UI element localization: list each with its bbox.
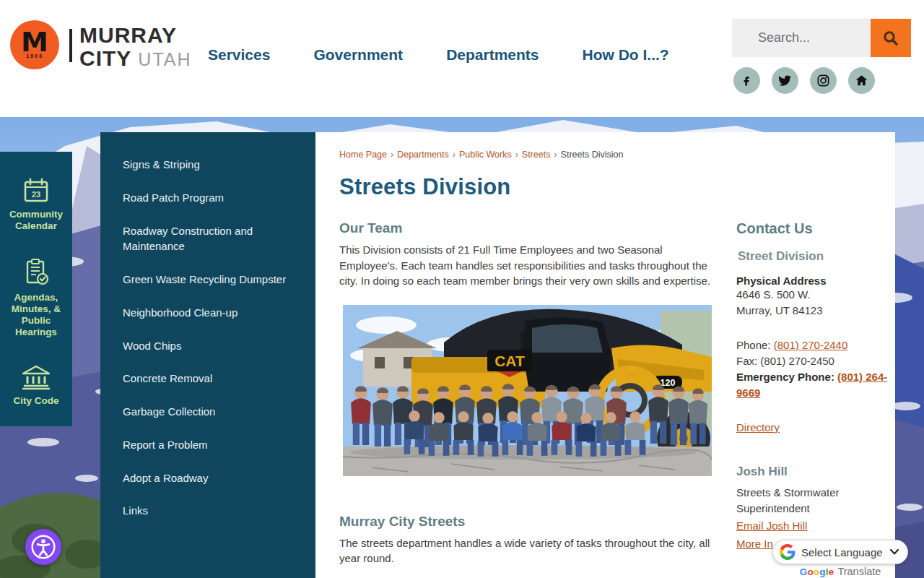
sidebar-item-neighborhood-cleanup[interactable]: Neighborhood Clean-up bbox=[100, 296, 315, 329]
breadcrumb-departments[interactable]: Departments bbox=[397, 150, 449, 160]
sidebar-item-signs-striping[interactable]: Signs & Striping bbox=[100, 148, 315, 181]
select-language-label: Select Language bbox=[801, 546, 890, 558]
sidebar-item-adopt-roadway[interactable]: Adopt a Roadway bbox=[100, 462, 315, 495]
directory-link[interactable]: Directory bbox=[736, 421, 780, 434]
main-content-card: Home Page›Departments›Public Works›Stree… bbox=[315, 132, 895, 578]
quick-link-label: City Code bbox=[3, 395, 69, 407]
address-line1: 4646 S. 500 W. bbox=[736, 287, 897, 303]
photo-cat-logo-text: CAT bbox=[494, 353, 525, 369]
quick-link-label: Agendas, Minutes, & Public Hearings bbox=[3, 292, 69, 338]
email-link[interactable]: Email Josh Hill bbox=[736, 519, 807, 532]
google-g-icon bbox=[780, 544, 796, 560]
contact-person-name: Josh Hill bbox=[736, 465, 897, 479]
section-sidebar: Signs & Striping Road Patch Program Road… bbox=[100, 132, 315, 578]
twitter-button[interactable] bbox=[772, 67, 798, 94]
content-column: Our Team This Division consists of 21 Fu… bbox=[339, 220, 712, 566]
sidebar-menu: Signs & Striping Road Patch Program Road… bbox=[100, 148, 315, 527]
person-title-line2: Superintendent bbox=[736, 501, 897, 517]
city-logo[interactable]: M 1903 bbox=[10, 20, 59, 69]
address-line2: Murray, UT 84123 bbox=[736, 303, 897, 319]
person-title-line1: Streets & Stormwater bbox=[736, 485, 897, 501]
fax-row: Fax: (801) 270-2450 bbox=[736, 353, 897, 369]
nextdoor-home-icon bbox=[855, 74, 868, 87]
phone-row: Phone: (801) 270-2440 bbox=[736, 337, 897, 353]
contact-heading: Contact Us bbox=[736, 220, 897, 237]
accessibility-button[interactable] bbox=[25, 529, 61, 565]
emergency-label: Emergency Phone: bbox=[736, 371, 834, 383]
logo-divider bbox=[69, 29, 72, 62]
sidebar-item-concrete-removal[interactable]: Concrete Removal bbox=[100, 362, 315, 395]
search-icon bbox=[882, 30, 899, 47]
google-wordmark: Google bbox=[800, 566, 834, 577]
nav-services[interactable]: Services bbox=[208, 46, 270, 64]
section-body-murray-streets: The streets department handles a wide va… bbox=[339, 535, 712, 566]
search-button[interactable] bbox=[871, 19, 911, 57]
wordmark-state: UTAH bbox=[138, 51, 191, 69]
sidebar-item-garbage-collection[interactable]: Garbage Collection bbox=[100, 395, 315, 428]
agenda-clipboard-icon bbox=[22, 258, 51, 287]
section-body-our-team: This Division consists of 21 Full Time E… bbox=[339, 242, 712, 289]
nextdoor-button[interactable] bbox=[848, 67, 875, 94]
search-box bbox=[732, 19, 871, 57]
sidebar-item-roadway-construction[interactable]: Roadway Construction and Maintenance bbox=[100, 215, 315, 264]
sidebar-item-green-waste[interactable]: Green Waste Recycling Dumpster bbox=[100, 263, 315, 296]
quick-link-city-code[interactable]: City Code bbox=[3, 364, 69, 407]
address-label: Physical Address bbox=[736, 275, 897, 287]
nav-departments[interactable]: Departments bbox=[446, 46, 539, 64]
page: M 1903 MURRAY CITY UTAH Services Governm… bbox=[0, 0, 924, 578]
breadcrumb-streets[interactable]: Streets bbox=[522, 150, 551, 160]
logo-monogram: M bbox=[21, 31, 48, 53]
breadcrumb-current: Streets Division bbox=[561, 150, 624, 160]
bank-columns-icon bbox=[20, 364, 52, 390]
breadcrumb-public-works[interactable]: Public Works bbox=[459, 150, 512, 160]
main-nav: Services Government Departments How Do I… bbox=[208, 46, 669, 64]
phone-link[interactable]: (801) 270-2440 bbox=[774, 339, 848, 351]
twitter-icon bbox=[778, 74, 792, 87]
calendar-icon: 23 bbox=[22, 178, 51, 204]
google-translate-dropdown[interactable]: Select Language bbox=[772, 540, 908, 564]
facebook-button[interactable] bbox=[733, 67, 760, 94]
breadcrumb-separator: › bbox=[554, 150, 557, 160]
breadcrumb-separator: › bbox=[391, 150, 393, 160]
sidebar-item-road-patch[interactable]: Road Patch Program bbox=[100, 181, 315, 215]
breadcrumb-separator: › bbox=[453, 150, 456, 160]
section-heading-murray-streets: Murray City Streets bbox=[339, 514, 712, 530]
social-links bbox=[733, 67, 875, 94]
more-info-link[interactable]: More In bbox=[736, 538, 773, 550]
google-translate-caption: Google Translate bbox=[772, 566, 908, 577]
breadcrumb: Home Page›Departments›Public Works›Stree… bbox=[339, 150, 623, 160]
chevron-down-icon bbox=[890, 549, 899, 555]
breadcrumb-separator: › bbox=[515, 150, 518, 160]
quick-link-community-calendar[interactable]: 23 Community Calendar bbox=[3, 178, 69, 232]
instagram-button[interactable] bbox=[810, 67, 837, 94]
wordmark-line2: CITY bbox=[79, 48, 131, 69]
sidebar-item-wood-chips[interactable]: Wood Chips bbox=[100, 329, 315, 363]
page-title: Streets Division bbox=[339, 174, 511, 200]
team-photo[interactable]: CAT 120 bbox=[343, 305, 712, 476]
section-heading-our-team: Our Team bbox=[339, 220, 712, 236]
facebook-icon bbox=[741, 74, 754, 87]
search-input[interactable] bbox=[732, 19, 871, 57]
contact-column: Contact Us Street Division Physical Addr… bbox=[736, 220, 897, 551]
accessibility-icon bbox=[30, 533, 57, 561]
instagram-icon bbox=[816, 74, 830, 87]
nav-how-do-i[interactable]: How Do I...? bbox=[583, 46, 669, 64]
calendar-day-number: 23 bbox=[32, 190, 40, 199]
site-wordmark[interactable]: MURRAY CITY UTAH bbox=[79, 25, 192, 69]
emergency-row: Emergency Phone: (801) 264-9669 bbox=[736, 369, 897, 401]
breadcrumb-home[interactable]: Home Page bbox=[339, 150, 387, 160]
logo-year: 1903 bbox=[26, 53, 43, 59]
sidebar-item-links[interactable]: Links bbox=[100, 494, 315, 527]
phone-label: Phone: bbox=[736, 339, 771, 351]
sidebar-item-report-problem[interactable]: Report a Problem bbox=[100, 428, 315, 462]
site-header: M 1903 MURRAY CITY UTAH Services Governm… bbox=[0, 0, 924, 117]
quick-links-panel: 23 Community Calendar Agendas, Minutes, … bbox=[0, 152, 72, 426]
contact-division: Street Division bbox=[738, 249, 897, 264]
quick-link-label: Community Calendar bbox=[3, 209, 69, 232]
nav-government[interactable]: Government bbox=[313, 46, 403, 64]
quick-link-agendas[interactable]: Agendas, Minutes, & Public Hearings bbox=[3, 258, 69, 338]
wordmark-line1: MURRAY bbox=[79, 25, 192, 46]
translate-label: Translate bbox=[837, 566, 881, 577]
